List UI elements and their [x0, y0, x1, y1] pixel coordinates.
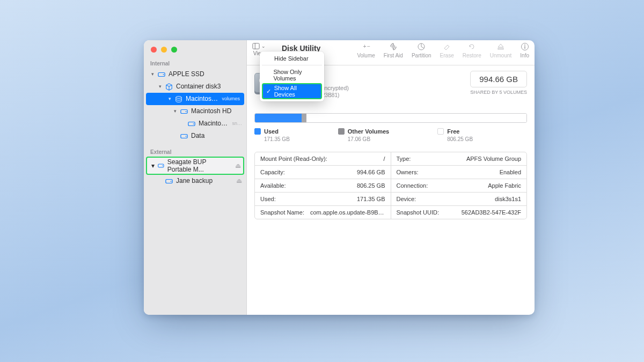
sidebar-item[interactable]: ▾Macintosh HD: [144, 105, 246, 117]
svg-point-10: [162, 165, 163, 166]
info-key: Device:: [397, 196, 416, 202]
legend-used-value: 171.35 GB: [254, 136, 290, 142]
close-button[interactable]: [151, 47, 157, 53]
pie-icon: [417, 42, 426, 52]
legend-free-value: 806.25 GB: [437, 136, 473, 142]
disclosure-chevron-icon[interactable]: ▾: [150, 70, 155, 79]
legend-other-value: 17.06 GB: [338, 136, 389, 142]
eject-icon: [496, 42, 505, 52]
disclosure-chevron-icon[interactable]: ▾: [158, 82, 162, 91]
info-value: Apple Fabric: [488, 182, 521, 189]
sidebar: Internal ▾APPLE SSD▾Container disk3▾Maci…: [144, 40, 247, 315]
sidebar-item[interactable]: Data: [144, 130, 246, 142]
view-dropdown-menu: Hide SidebarShow Only Volumes✓Show All D…: [260, 51, 324, 101]
minimize-button[interactable]: [161, 47, 167, 53]
restore-button: Restore: [463, 42, 481, 58]
info-key: Snapshot UUID:: [397, 209, 439, 216]
sidebar-item-badge: sn…: [232, 119, 242, 128]
info-row: Snapshot UUID:562AD3B2-547E-432F: [391, 205, 527, 219]
info-key: Capacity:: [260, 169, 285, 175]
info-row: Type:APFS Volume Group: [391, 152, 527, 165]
plus-minus-icon: +−: [362, 42, 370, 52]
svg-rect-22: [524, 46, 525, 49]
usage-section: Used 171.35 GB Other Volumes 17.06 GB Fr…: [247, 100, 535, 142]
info-row: Device:disk3s1s1: [391, 192, 527, 205]
disclosure-chevron-icon[interactable]: ▾: [151, 162, 155, 169]
usage-segment-used: [255, 114, 302, 122]
info-row: Owners:Enabled: [391, 165, 527, 179]
usage-legend: Used 171.35 GB Other Volumes 17.06 GB Fr…: [254, 128, 527, 142]
capacity-box: 994.66 GB SHARED BY 5 VOLUMES: [470, 71, 527, 95]
sidebar-header-internal: Internal: [144, 59, 246, 68]
info-value: APFS Volume Group: [466, 156, 521, 162]
info-row: Available:806.25 GB: [255, 179, 391, 192]
legend-free-label: Free: [447, 128, 459, 135]
info-table: Mount Point (Read-Only):/Capacity:994.66…: [254, 152, 527, 219]
usage-segment-free: [306, 114, 526, 122]
info-value: disk3s1s1: [495, 196, 521, 202]
legend-used-label: Used: [264, 128, 279, 135]
unmount-button: Unmount: [490, 42, 512, 58]
disclosure-chevron-icon[interactable]: ▾: [173, 107, 177, 116]
svg-point-1: [163, 74, 164, 75]
capacity-caption: SHARED BY 5 VOLUMES: [470, 90, 527, 95]
disclosure-chevron-icon[interactable]: ▾: [167, 94, 172, 104]
info-row: Mount Point (Read-Only):/: [255, 152, 391, 165]
sidebar-item-label: Macintosh HD: [199, 119, 229, 128]
sidebar-item-label: Seagate BUP Portable M...: [167, 158, 232, 173]
svg-point-8: [186, 136, 187, 137]
sidebar-item[interactable]: ▾Seagate BUP Portable M...⏏: [146, 157, 244, 175]
first-aid-icon: [389, 42, 398, 52]
info-row: Capacity:994.66 GB: [255, 165, 391, 179]
view-menu-item[interactable]: Show Only Volumes: [262, 67, 322, 83]
eraser-icon: [443, 42, 451, 52]
info-key: Available:: [260, 182, 286, 189]
sidebar-item[interactable]: Jane backup⏏: [144, 175, 246, 187]
info-value: com.apple.os.update-B9BEB6: [310, 209, 385, 216]
info-row: Used:171.35 GB: [255, 192, 391, 205]
info-value: 806.25 GB: [357, 182, 385, 189]
info-key: Mount Point (Read-Only):: [260, 156, 327, 162]
sidebar-toggle-icon: [252, 42, 260, 50]
sidebar-item-label: APPLE SSD: [169, 70, 242, 79]
view-menu-item[interactable]: ✓Show All Devices: [262, 83, 322, 99]
svg-point-12: [171, 181, 172, 182]
eject-icon[interactable]: ⏏: [235, 162, 241, 169]
capacity-value: 994.66 GB: [470, 71, 527, 87]
disk-utility-window: Internal ▾APPLE SSD▾Container disk3▾Maci…: [144, 40, 535, 315]
svg-rect-13: [253, 43, 259, 49]
zoom-button[interactable]: [171, 47, 177, 53]
sidebar-item-label: Container disk3: [176, 82, 242, 91]
info-key: Owners:: [397, 169, 419, 175]
sidebar-item-label: Jane backup: [176, 176, 233, 186]
info-button[interactable]: Info: [520, 42, 529, 58]
svg-point-6: [193, 123, 194, 124]
info-value: 994.66 GB: [357, 169, 385, 175]
info-value: 562AD3B2-547E-432F: [462, 209, 521, 216]
volume-button[interactable]: +−Volume: [357, 42, 375, 58]
sidebar-item[interactable]: ▾Container disk3: [144, 80, 246, 93]
svg-point-4: [186, 111, 187, 112]
sidebar-item-label: Macintosh HD: [191, 107, 242, 116]
svg-text:−: −: [367, 43, 370, 49]
sidebar-item[interactable]: Macintosh HDsn…: [144, 117, 246, 130]
view-menu-item[interactable]: Hide Sidebar: [262, 54, 322, 63]
sidebar-item-label: Data: [191, 131, 242, 141]
info-key: Connection:: [397, 182, 428, 189]
sidebar-item[interactable]: ▾APPLE SSD: [144, 68, 246, 80]
erase-button: Erase: [440, 42, 454, 58]
svg-text:+: +: [363, 43, 366, 49]
sidebar-item[interactable]: ▾Macintosh HDvolumes: [146, 93, 244, 105]
first_aid-button[interactable]: First Aid: [384, 42, 403, 58]
info-key: Used:: [260, 196, 276, 202]
legend-other-label: Other Volumes: [348, 128, 389, 135]
info-key: Type:: [397, 156, 411, 162]
sidebar-item-badge: volumes: [222, 94, 240, 104]
info-row: Connection:Apple Fabric: [391, 179, 527, 192]
info-icon: [521, 42, 529, 52]
eject-icon[interactable]: ⏏: [236, 176, 242, 186]
main-pane: ⌄ View Disk Utility +−VolumeFirst AidPar…: [247, 40, 535, 315]
svg-point-2: [176, 96, 182, 98]
partition-button[interactable]: Partition: [412, 42, 431, 58]
window-controls: [144, 45, 246, 59]
